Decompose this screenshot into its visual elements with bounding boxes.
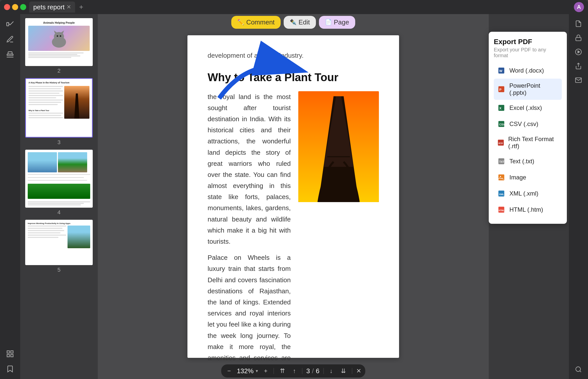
doc-paragraph-1: the royal land is the most sought after … xyxy=(208,91,291,247)
csv-icon: CSV xyxy=(497,119,506,129)
image-icon xyxy=(497,173,506,182)
svg-rect-7 xyxy=(11,355,13,357)
word-icon: W xyxy=(497,66,506,75)
right-tool-play[interactable] xyxy=(572,45,585,58)
thumbnail-frame-2: A Key Phase in the History of Tourism xyxy=(25,78,93,138)
thumb3-content: A Key Phase in the History of Tourism xyxy=(26,79,92,137)
zoom-dropdown-icon[interactable]: ▾ xyxy=(256,368,258,374)
thumbnail-item-4[interactable]: Improve Working Productivity In Using Ap… xyxy=(22,219,96,274)
export-xml-label: XML (.xml) xyxy=(509,190,538,197)
svg-text:TXT: TXT xyxy=(499,160,504,163)
right-tool-sidebar xyxy=(569,14,588,379)
thumb4-img-2 xyxy=(58,152,87,172)
svg-rect-4 xyxy=(7,351,9,353)
thumbnail-number-2: 3 xyxy=(57,139,60,146)
right-tool-search[interactable] xyxy=(572,363,585,376)
close-button[interactable] xyxy=(4,4,10,10)
svg-point-9 xyxy=(54,32,64,41)
export-word[interactable]: W Word (.docx) xyxy=(494,62,562,79)
svg-line-52 xyxy=(580,371,581,372)
export-rtf-label: Rich Text Format (.rtf) xyxy=(508,136,559,150)
tool-annotate[interactable] xyxy=(3,32,17,46)
nav-divider-4 xyxy=(352,368,352,374)
edit-button[interactable]: ✒️ Edit xyxy=(284,16,316,29)
page-label: Page xyxy=(334,18,349,26)
svg-point-51 xyxy=(576,367,581,372)
current-page: 3 xyxy=(306,367,310,375)
document-viewer[interactable]: development of a tourist industry. Why t… xyxy=(98,30,489,363)
comment-button[interactable]: ✏️ Comment xyxy=(231,16,281,29)
active-tab[interactable]: pets report ✕ xyxy=(29,2,75,13)
tool-bookmark[interactable] xyxy=(3,362,17,376)
ppt-icon: P xyxy=(497,85,506,94)
prev-page-button[interactable]: ↑ xyxy=(291,366,298,375)
tool-highlight[interactable] xyxy=(3,17,17,31)
tool-grid[interactable] xyxy=(3,347,17,361)
thumbnail-item-3[interactable]: 4 xyxy=(22,149,96,217)
thumb1-content: Animals Helping People xyxy=(25,18,93,66)
thumb4-img-3 xyxy=(28,184,90,199)
svg-rect-0 xyxy=(7,22,9,26)
export-excel[interactable]: X Excel (.xlsx) xyxy=(494,100,562,116)
page-info: 3 / 6 xyxy=(306,367,319,375)
thumb1-lines xyxy=(28,52,90,58)
export-rtf[interactable]: RTF Rich Text Format (.rtf) xyxy=(494,132,562,153)
right-tool-share[interactable] xyxy=(572,59,585,73)
traffic-lights xyxy=(4,4,26,10)
thumb3-image xyxy=(64,86,89,119)
page-separator: / xyxy=(312,367,314,375)
svg-text:CSV: CSV xyxy=(499,123,505,126)
main-content: ✏️ Comment ✒️ Edit 📄 Page development of… xyxy=(98,14,489,379)
comment-label: Comment xyxy=(246,18,275,26)
export-html[interactable]: HTML HTML (.htm) xyxy=(494,202,562,218)
export-image-label: Image xyxy=(509,174,526,181)
browser-chrome: pets report ✕ + A xyxy=(0,0,588,14)
export-ppt[interactable]: P PowerPoint (.pptx) xyxy=(494,79,562,100)
thumb3-body: Why to Take a Plant Tour xyxy=(28,86,89,119)
new-tab-button[interactable]: + xyxy=(79,3,83,11)
next-page-button[interactable]: ↓ xyxy=(328,366,335,375)
excel-icon: X xyxy=(497,103,506,112)
export-excel-label: Excel (.xlsx) xyxy=(509,104,542,111)
export-txt-label: Text (.txt) xyxy=(509,158,534,165)
thumb1-image xyxy=(28,26,90,51)
document-page: development of a tourist industry. Why t… xyxy=(187,35,399,358)
zoom-in-button[interactable]: + xyxy=(262,366,270,375)
zoom-out-button[interactable]: − xyxy=(225,366,233,375)
app-container: Animals Helping People xyxy=(0,14,588,379)
xml-icon: XML xyxy=(497,189,506,198)
nav-close-button[interactable]: ✕ xyxy=(356,367,361,374)
right-tool-mail[interactable] xyxy=(572,74,585,87)
export-csv[interactable]: CSV CSV (.csv) xyxy=(494,116,562,132)
svg-point-12 xyxy=(57,35,58,37)
thumb4-content xyxy=(25,150,93,208)
minimize-button[interactable] xyxy=(12,4,18,10)
svg-point-14 xyxy=(49,35,53,39)
first-page-button[interactable]: ⇈ xyxy=(278,366,287,375)
tool-stamp[interactable] xyxy=(3,47,17,61)
export-txt[interactable]: TXT Text (.txt) xyxy=(494,153,562,169)
export-ppt-label: PowerPoint (.pptx) xyxy=(509,82,559,96)
edit-icon: ✒️ xyxy=(290,19,297,25)
doc-paragraph-2: Palace on Wheels is a luxury train that … xyxy=(208,252,291,363)
right-tool-export[interactable] xyxy=(572,17,585,30)
maximize-button[interactable] xyxy=(20,4,26,10)
export-xml[interactable]: XML XML (.xml) xyxy=(494,185,562,202)
user-avatar[interactable]: A xyxy=(574,2,584,12)
svg-rect-5 xyxy=(11,351,13,353)
svg-text:W: W xyxy=(499,69,503,73)
export-html-label: HTML (.htm) xyxy=(509,206,543,213)
last-page-button[interactable]: ⇊ xyxy=(339,366,348,375)
thumbnail-number-3: 4 xyxy=(57,209,60,216)
svg-text:X: X xyxy=(499,106,502,110)
page-button[interactable]: 📄 Page xyxy=(319,16,355,29)
thumbnail-frame-1: Animals Helping People xyxy=(25,18,93,66)
right-tool-lock[interactable] xyxy=(572,31,585,44)
thumbnail-item-1[interactable]: Animals Helping People xyxy=(22,17,96,75)
total-pages: 6 xyxy=(316,367,319,375)
svg-text:HTML: HTML xyxy=(499,209,505,212)
thumbnail-item-2[interactable]: A Key Phase in the History of Tourism xyxy=(22,77,96,147)
tab-close-icon[interactable]: ✕ xyxy=(67,4,71,10)
export-image[interactable]: Image xyxy=(494,169,562,185)
thumbnail-number-1: 2 xyxy=(57,68,60,74)
